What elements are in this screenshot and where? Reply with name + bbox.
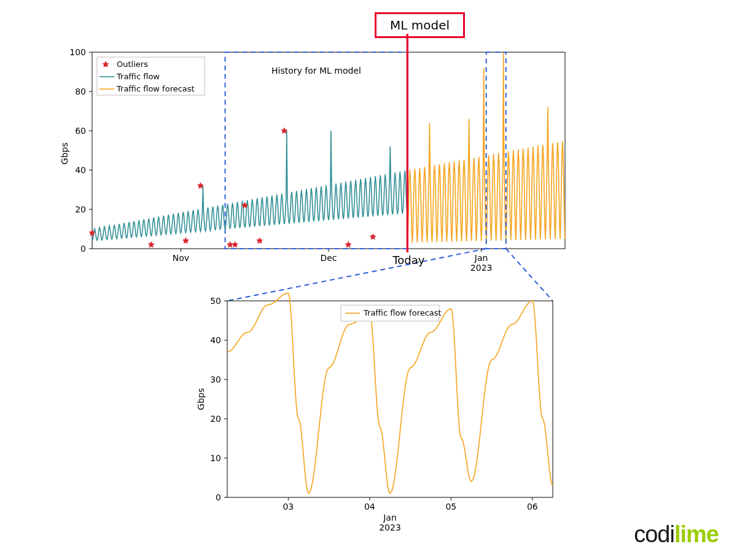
svg-text:20: 20: [210, 414, 221, 424]
top-chart: 020406080100 Gbps NovDecJan2023 History …: [0, 34, 737, 304]
svg-text:20: 20: [75, 204, 86, 214]
today-label: Today: [392, 254, 424, 266]
bottom-legend: Traffic flow forecast: [341, 305, 442, 321]
bottom-y-axis: 01020304050: [210, 296, 227, 502]
figure: ML model 020406080100 Gbps NovDecJan2023…: [0, 0, 737, 560]
svg-text:2023: 2023: [470, 263, 493, 273]
legend-outliers: Outliers: [117, 60, 148, 69]
logo-part1: codi: [634, 521, 674, 547]
svg-text:100: 100: [69, 47, 86, 57]
top-x-axis: NovDecJan2023: [173, 249, 493, 273]
svg-text:05: 05: [445, 502, 456, 511]
svg-text:40: 40: [75, 165, 86, 175]
bottom-chart: 01020304050 Gbps 03040506Jan2023 Traffic…: [0, 289, 737, 553]
svg-text:Nov: Nov: [173, 253, 189, 263]
svg-text:30: 30: [210, 375, 221, 384]
svg-text:80: 80: [75, 87, 86, 96]
svg-text:0: 0: [80, 244, 86, 254]
bottom-legend-label: Traffic flow forecast: [363, 308, 442, 317]
svg-text:06: 06: [527, 502, 538, 511]
svg-text:10: 10: [210, 453, 221, 463]
top-ylabel: Gbps: [60, 142, 69, 165]
bottom-x-axis: 03040506Jan2023: [283, 497, 537, 532]
svg-text:Jan: Jan: [383, 513, 397, 523]
brand-logo: codilime: [634, 521, 719, 548]
svg-text:03: 03: [283, 502, 294, 511]
bottom-plot-frame: [227, 301, 553, 497]
legend-traffic: Traffic flow: [116, 72, 160, 81]
svg-text:Jan: Jan: [474, 253, 488, 263]
svg-text:2023: 2023: [379, 523, 401, 532]
bottom-ylabel: Gbps: [196, 388, 206, 410]
top-legend: Outliers Traffic flow Traffic flow forec…: [97, 57, 205, 95]
legend-forecast: Traffic flow forecast: [116, 84, 195, 93]
history-label: History for ML model: [271, 66, 361, 76]
svg-text:40: 40: [210, 335, 221, 345]
svg-text:04: 04: [364, 502, 375, 511]
svg-text:Dec: Dec: [320, 253, 337, 263]
logo-part2: lime: [674, 521, 719, 547]
top-y-axis: 020406080100: [69, 47, 92, 254]
svg-text:50: 50: [210, 296, 221, 306]
svg-text:60: 60: [75, 126, 86, 136]
svg-text:0: 0: [216, 492, 221, 502]
